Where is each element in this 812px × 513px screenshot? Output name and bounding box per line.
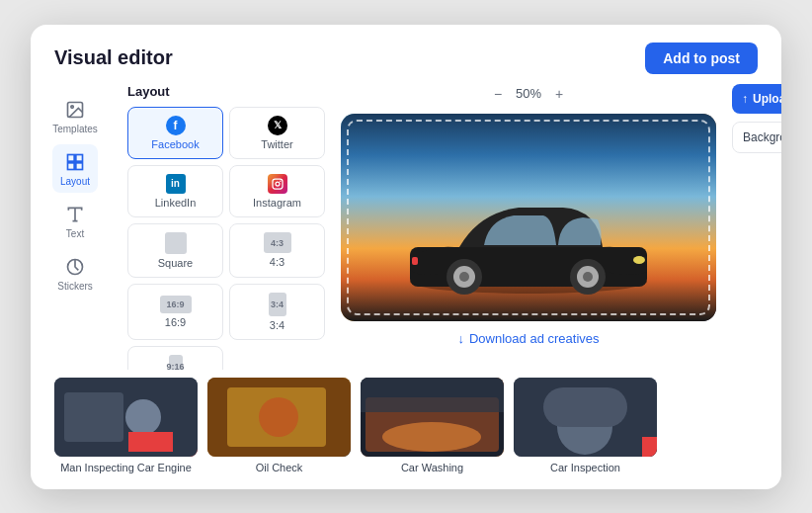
ratio-4-3-icon: 4:3	[264, 232, 291, 253]
image-icon	[63, 98, 87, 122]
svg-rect-32	[361, 378, 504, 412]
svg-rect-5	[76, 162, 83, 169]
layout-label: Layout	[127, 84, 325, 99]
layout-btn-square[interactable]: Square	[127, 223, 223, 278]
thumbnail-svg-1	[54, 378, 198, 457]
layout-btn-instagram[interactable]: Instagram	[229, 165, 325, 217]
download-icon: ↓	[457, 331, 464, 346]
car-image	[370, 178, 687, 306]
layout-btn-facebook[interactable]: f Facebook	[127, 107, 223, 159]
thumbnails-row: Man Inspecting Car Engine Oil Check	[31, 370, 781, 489]
svg-point-11	[280, 180, 282, 182]
svg-point-1	[71, 105, 74, 108]
sidebar-item-templates[interactable]: Templates	[44, 92, 106, 140]
svg-rect-36	[642, 437, 657, 457]
layout-grid: f Facebook 𝕏 Twitter in LinkedIn	[127, 107, 325, 370]
download-ad-creatives-link[interactable]: ↓ Download ad creatives	[457, 331, 599, 346]
bg-images-label: Background Images	[743, 130, 781, 144]
svg-rect-4	[68, 162, 75, 169]
svg-point-24	[125, 399, 161, 435]
linkedin-icon: in	[166, 174, 186, 194]
layout-btn-instagram-label: Instagram	[253, 197, 301, 209]
thumbnail-img-2	[207, 378, 351, 457]
svg-rect-2	[68, 154, 75, 161]
layout-panel: Layout f Facebook 𝕏 Twitter in LinkedIn	[120, 84, 337, 370]
modal-title: Visual editor	[54, 46, 173, 69]
thumbnail-oil-check[interactable]: Oil Check	[207, 378, 351, 473]
thumbnail-label-1: Man Inspecting Car Engine	[60, 462, 192, 473]
layout-btn-4-3-label: 4:3	[270, 256, 284, 268]
svg-rect-35	[543, 387, 627, 427]
zoom-plus-button[interactable]: +	[549, 84, 569, 104]
thumbnail-img-1	[54, 378, 198, 457]
svg-point-31	[382, 422, 481, 452]
right-panel: ↑ Upload media ▼ Background Images	[728, 84, 781, 370]
layout-btn-16-9[interactable]: 16:9 16:9	[127, 284, 223, 340]
layout-btn-9-16[interactable]: 9:16 9:16	[127, 346, 223, 370]
thumbnail-man-inspecting[interactable]: Man Inspecting Car Engine	[54, 378, 198, 473]
sidebar-item-text[interactable]: Text	[55, 197, 95, 245]
sidebar-item-templates-label: Templates	[52, 124, 98, 134]
thumbnail-svg-3	[361, 378, 504, 457]
svg-rect-21	[412, 257, 418, 265]
svg-rect-9	[273, 179, 283, 189]
thumbnail-img-4	[514, 378, 657, 457]
svg-point-19	[583, 272, 593, 282]
facebook-icon: f	[166, 116, 186, 135]
twitter-icon: 𝕏	[268, 116, 287, 135]
sidebar-item-stickers-label: Stickers	[57, 281, 93, 292]
layout-btn-16-9-label: 16:9	[165, 316, 186, 328]
car-svg	[390, 188, 667, 297]
thumbnail-label-3: Car Washing	[401, 462, 463, 473]
svg-point-28	[259, 397, 298, 437]
square-ratio-icon	[165, 232, 187, 254]
ratio-9-16-icon: 9:16	[169, 355, 183, 370]
upload-label: Upload media	[753, 92, 781, 106]
upload-icon: ↑	[742, 92, 748, 106]
thumbnail-svg-4	[514, 378, 657, 457]
svg-point-20	[633, 256, 645, 264]
modal-header: Visual editor Add to post	[31, 25, 781, 84]
canvas-preview[interactable]	[341, 114, 716, 321]
layout-btn-3-4[interactable]: 3:4 3:4	[229, 284, 325, 340]
stickers-icon	[63, 255, 87, 279]
zoom-controls: − 50% +	[488, 84, 569, 104]
canvas-area: − 50% +	[337, 84, 728, 370]
zoom-minus-button[interactable]: −	[488, 84, 508, 104]
thumbnail-img-3	[361, 378, 504, 457]
layout-btn-4-3[interactable]: 4:3 4:3	[229, 223, 325, 278]
download-label: Download ad creatives	[469, 331, 600, 346]
upload-media-button[interactable]: ↑ Upload media ▼	[732, 84, 781, 114]
ratio-16-9-icon: 16:9	[160, 296, 192, 313]
instagram-icon	[268, 174, 287, 194]
add-to-post-button[interactable]: Add to post	[645, 43, 758, 74]
text-icon	[63, 203, 87, 226]
background-images-button[interactable]: Background Images	[732, 122, 781, 153]
svg-point-16	[459, 272, 469, 282]
layout-btn-facebook-label: Facebook	[151, 138, 199, 150]
sidebar: Templates Layout Text	[31, 84, 120, 370]
layout-btn-twitter-label: Twitter	[261, 138, 292, 150]
thumbnail-label-2: Oil Check	[256, 462, 303, 473]
thumbnail-car-inspection[interactable]: Car Inspection	[514, 378, 657, 473]
modal-body: Templates Layout Text	[31, 84, 781, 370]
thumbnail-label-4: Car Inspection	[550, 462, 620, 473]
sidebar-item-text-label: Text	[66, 228, 84, 239]
sidebar-item-stickers[interactable]: Stickers	[49, 249, 101, 298]
sidebar-item-layout[interactable]: Layout	[52, 144, 98, 193]
layout-btn-3-4-label: 3:4	[270, 319, 284, 331]
zoom-level: 50%	[516, 86, 541, 101]
layout-btn-square-label: Square	[158, 257, 193, 269]
layout-btn-linkedin-label: LinkedIn	[155, 197, 197, 209]
thumbnail-car-washing[interactable]: Car Washing	[361, 378, 504, 473]
svg-rect-25	[128, 432, 173, 452]
sidebar-item-layout-label: Layout	[60, 176, 90, 187]
svg-point-10	[276, 182, 280, 186]
thumbnail-svg-2	[207, 378, 351, 457]
layout-btn-twitter[interactable]: 𝕏 Twitter	[229, 107, 325, 159]
visual-editor-modal: Visual editor Add to post Templates	[31, 25, 781, 489]
layout-icon	[63, 150, 87, 174]
svg-rect-23	[64, 392, 123, 442]
layout-btn-linkedin[interactable]: in LinkedIn	[127, 165, 223, 217]
ratio-3-4-icon: 3:4	[269, 293, 286, 316]
